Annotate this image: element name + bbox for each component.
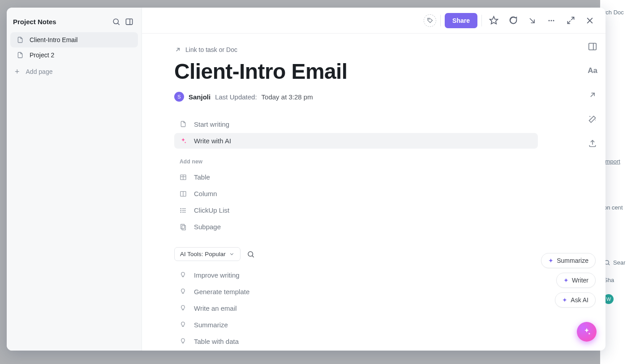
author-avatar[interactable]: S: [174, 92, 184, 102]
document-icon: [17, 51, 25, 59]
updated-value: Today at 3:28 pm: [262, 93, 313, 101]
ai-tools-search-icon[interactable]: [247, 250, 255, 258]
svg-point-26: [248, 252, 253, 257]
close-icon[interactable]: [582, 13, 597, 28]
option-label: Write with AI: [194, 137, 231, 145]
download-icon[interactable]: [524, 13, 540, 28]
lightbulb-icon: [180, 288, 188, 295]
sidebar-page-client-intro[interactable]: Client-Intro Email: [10, 32, 138, 47]
svg-point-22: [180, 210, 181, 210]
start-writing-option[interactable]: Start writing: [174, 116, 538, 132]
doc-meta: S Sanjoli Last Updated: Today at 3:28 pm: [174, 92, 538, 102]
option-label: Subpage: [194, 223, 221, 231]
author-name[interactable]: Sanjoli: [189, 93, 210, 101]
lightbulb-icon: [180, 272, 188, 278]
document-title[interactable]: Client-Intro Email: [174, 59, 538, 84]
option-label: ClickUp List: [194, 206, 229, 214]
bg-share: Sha: [604, 277, 627, 283]
svg-point-10: [553, 20, 554, 21]
sparkle-icon: ✦: [562, 296, 567, 304]
more-icon[interactable]: [544, 13, 559, 28]
lightbulb-icon: [180, 321, 188, 328]
ai-tools-dropdown[interactable]: AI Tools: Popular: [174, 247, 240, 261]
ai-chip-stack: ✦Summarize ✦Writer ✦Ask AI: [541, 253, 596, 308]
svg-rect-28: [589, 43, 597, 50]
ai-table-with-data-option[interactable]: Table with data: [174, 334, 538, 349]
right-rail: Aa: [586, 40, 599, 150]
panel-layout-icon[interactable]: [586, 40, 599, 53]
insert-table-option[interactable]: Table: [174, 169, 538, 185]
star-icon[interactable]: [486, 13, 501, 28]
add-page-label: Add page: [26, 68, 53, 75]
option-label: Write an email: [194, 304, 237, 312]
ai-summarize-option[interactable]: Summarize: [174, 317, 538, 333]
wand-icon[interactable]: [586, 112, 599, 126]
sidebar-page-label: Client-Intro Email: [30, 36, 77, 43]
search-icon[interactable]: [112, 17, 120, 26]
divider: [481, 15, 482, 26]
list-icon: [180, 207, 188, 214]
ask-ai-chip[interactable]: ✦Ask AI: [555, 292, 596, 308]
writer-chip[interactable]: ✦Writer: [556, 273, 596, 288]
add-page-button[interactable]: + Add page: [7, 63, 142, 81]
arrows-icon[interactable]: [586, 88, 599, 102]
link-task-button[interactable]: Link to task or Doc: [174, 46, 538, 53]
bg-import: Import: [604, 158, 627, 165]
bg-center: on cent: [604, 204, 627, 211]
divider: [440, 15, 441, 26]
document-icon: [17, 36, 25, 43]
option-label: Improve writing: [194, 271, 240, 279]
ai-improve-writing-option[interactable]: Improve writing: [174, 267, 538, 283]
sidebar-page-project2[interactable]: Project 2: [10, 47, 138, 63]
svg-rect-25: [182, 225, 185, 230]
share-button[interactable]: Share: [445, 13, 477, 28]
chip-label: Summarize: [557, 257, 588, 264]
ai-tools-dropdown-label: AI Tools: Popular: [180, 251, 226, 257]
option-label: Summarize: [194, 321, 228, 329]
add-new-section-label: Add new: [174, 150, 538, 168]
write-with-ai-option[interactable]: Write with AI: [174, 133, 538, 149]
insert-clickup-list-option[interactable]: ClickUp List: [174, 202, 538, 218]
updated-label: Last Updated:: [215, 93, 257, 101]
option-label: Table with data: [194, 338, 239, 345]
ai-fab-button[interactable]: [577, 322, 597, 342]
page-icon: [180, 120, 188, 128]
lightbulb-icon: [180, 305, 188, 312]
topbar: Share: [142, 8, 606, 34]
svg-point-23: [180, 212, 181, 212]
ai-generate-template-option[interactable]: Generate template: [174, 284, 538, 300]
expand-icon[interactable]: [563, 13, 578, 28]
tag-icon[interactable]: [424, 14, 436, 27]
svg-point-2: [113, 19, 118, 24]
option-label: Generate template: [194, 288, 249, 295]
text-style-icon[interactable]: Aa: [586, 64, 599, 77]
summarize-chip[interactable]: ✦Summarize: [541, 253, 596, 268]
column-icon: [180, 190, 188, 197]
svg-point-9: [551, 20, 552, 21]
svg-point-21: [180, 208, 181, 209]
bg-search: Sear: [613, 259, 625, 266]
option-label: Table: [194, 173, 210, 181]
svg-line-1: [608, 264, 610, 265]
chip-label: Ask AI: [571, 296, 588, 304]
option-label: Start writing: [194, 120, 229, 128]
sparkle-icon: ✦: [563, 277, 569, 284]
plus-icon: +: [15, 68, 20, 76]
upload-icon[interactable]: [586, 137, 599, 150]
sidebar-title: Project Notes: [13, 18, 56, 26]
insert-column-option[interactable]: Column: [174, 186, 538, 201]
ai-write-email-option[interactable]: Write an email: [174, 300, 538, 316]
chip-label: Writer: [572, 277, 588, 284]
panel-toggle-icon[interactable]: [125, 17, 133, 26]
sparkle-icon: [180, 137, 188, 145]
comment-icon[interactable]: [505, 13, 520, 28]
link-task-label: Link to task or Doc: [185, 46, 237, 53]
lightbulb-icon: [180, 338, 188, 345]
subpage-icon: [180, 223, 188, 231]
insert-subpage-option[interactable]: Subpage: [174, 219, 538, 235]
svg-point-6: [429, 19, 429, 19]
svg-point-8: [549, 20, 550, 21]
svg-rect-24: [181, 224, 185, 229]
table-icon: [180, 174, 188, 181]
svg-marker-7: [490, 17, 498, 24]
